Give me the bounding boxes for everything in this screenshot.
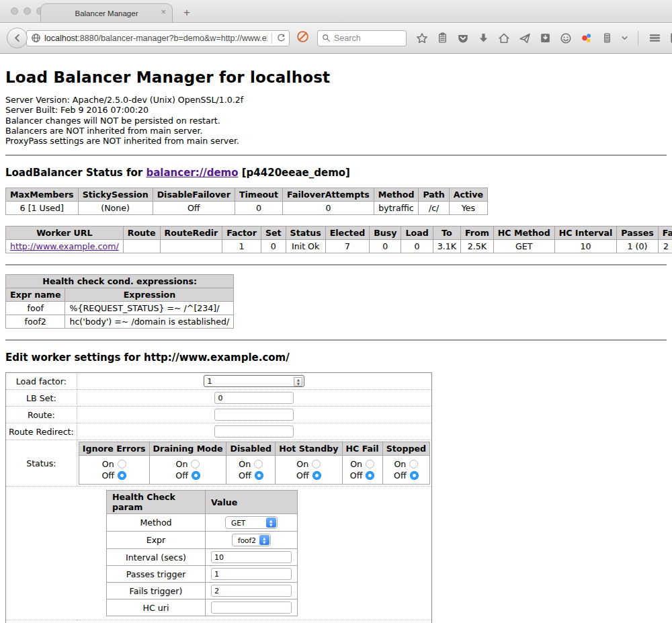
method-select[interactable]: GET▲▼ xyxy=(225,516,278,529)
route-input[interactable] xyxy=(214,409,294,421)
table-cell: bytraffic xyxy=(374,202,419,215)
stopped-on-radio[interactable] xyxy=(409,460,418,468)
health-check-params-table: Health Check paramValueMethodGET▲▼Exprfo… xyxy=(106,490,298,616)
back-button[interactable] xyxy=(7,28,28,48)
screenshot-download-icon xyxy=(540,32,551,44)
browser-chrome: Balancer Manager × + localhost:8880/bala… xyxy=(0,0,672,54)
column-header: Load xyxy=(401,226,433,240)
number-spinner[interactable]: ▲▼ xyxy=(294,377,302,386)
hot-standby-on-radio[interactable] xyxy=(312,460,321,468)
balancer-link[interactable]: balancer://demo xyxy=(146,167,238,179)
hc-param-value-cell: 1 xyxy=(206,566,298,583)
edit-worker-heading: Edit worker settings for http://www.exam… xyxy=(5,351,667,364)
menu-hamburger-icon xyxy=(648,32,661,44)
menu-button[interactable] xyxy=(648,32,661,44)
submit-row: Submit xyxy=(6,620,432,623)
interval-secs--input[interactable]: 10 xyxy=(211,551,292,563)
table-cell: 7 xyxy=(325,240,370,253)
workers-table-container: Worker URLRouteRouteRedirFactorSetStatus… xyxy=(5,226,667,253)
hc-params-row: Health Check paramValueMethodGET▲▼Exprfo… xyxy=(6,487,432,620)
column-header: Active xyxy=(449,188,487,202)
hot-standby-off-radio[interactable] xyxy=(312,471,321,480)
send-button[interactable] xyxy=(519,32,531,44)
divider xyxy=(5,155,667,156)
toolbar-separator xyxy=(638,31,638,46)
ignore-errors-on-radio[interactable] xyxy=(118,460,126,468)
tab-balancer-manager[interactable]: Balancer Manager × xyxy=(40,3,173,22)
hc-fail-off-radio[interactable] xyxy=(366,471,374,480)
url-bar[interactable]: localhost:8880/balancer-manager?b=demo&w… xyxy=(26,30,290,46)
container-button[interactable] xyxy=(601,32,613,44)
passes-trigger-input[interactable]: 1 xyxy=(211,568,292,580)
table-row: foof2hc('body') =~ /domain is establishe… xyxy=(6,315,234,329)
select-arrows-icon: ▲▼ xyxy=(259,535,269,545)
status-radio-cell: OnOff xyxy=(276,456,342,485)
field-label: Load factor: xyxy=(6,373,77,390)
window-close-button[interactable] xyxy=(11,7,18,15)
fails-trigger--input[interactable]: 2 xyxy=(211,585,292,597)
balancer-status-heading: LoadBalancer Status for balancer://demo … xyxy=(5,167,667,179)
radio-off-label: Off xyxy=(175,470,188,481)
container-icon xyxy=(601,32,613,44)
draining-mode-off-radio[interactable] xyxy=(192,471,200,480)
expr-name-cell: foof2 xyxy=(6,315,65,329)
status-on-option: On xyxy=(228,458,274,470)
toolbar-icons xyxy=(416,31,672,46)
disabled-off-radio[interactable] xyxy=(255,471,263,480)
download-button[interactable] xyxy=(478,32,489,44)
route-redirect-input[interactable] xyxy=(214,425,294,438)
content-block-button[interactable] xyxy=(296,30,309,46)
lb-set-input[interactable]: 0 xyxy=(214,392,294,404)
form-row: LB Set:0 xyxy=(6,390,432,407)
status-radio-cell: OnOff xyxy=(149,456,226,485)
hc-param-row: Passes trigger1 xyxy=(107,566,298,583)
overflow-chevron-button[interactable] xyxy=(622,35,628,41)
expr-select[interactable]: foof2▲▼ xyxy=(232,534,271,546)
urlbar-divider xyxy=(271,33,272,44)
home-icon xyxy=(498,32,510,44)
status-options-table: Ignore ErrorsDraining ModeDisabledHot St… xyxy=(79,442,430,485)
pocket-button[interactable] xyxy=(457,32,469,44)
hc-uri-input[interactable] xyxy=(211,601,292,614)
table-cell: 2.5K xyxy=(460,240,493,253)
tab-close-icon[interactable]: × xyxy=(161,7,166,16)
field-value-cell xyxy=(77,407,431,423)
table-cell: Init Ok xyxy=(286,240,325,253)
status-on-option: On xyxy=(344,458,381,470)
search-placeholder: Search xyxy=(334,34,361,43)
field-value-cell xyxy=(77,423,431,440)
server-info-line-1: Server Version: Apache/2.5.0-dev (Unix) … xyxy=(5,95,667,105)
bookmark-star-button[interactable] xyxy=(416,32,428,44)
table-cell xyxy=(160,240,222,253)
status-off-option: Off xyxy=(344,470,381,481)
table-cell: 10 xyxy=(554,240,617,253)
heading-prefix: LoadBalancer Status for xyxy=(5,167,146,179)
balancer-params-table-container: MaxMembersStickySessionDisableFailoverTi… xyxy=(5,188,667,215)
stopped-off-radio[interactable] xyxy=(410,471,419,480)
window-minimize-button[interactable] xyxy=(24,7,31,15)
search-bar[interactable]: Search xyxy=(317,30,407,46)
disabled-on-radio[interactable] xyxy=(254,460,263,468)
hc-fail-on-radio[interactable] xyxy=(366,460,374,468)
expr-name-cell: foof xyxy=(6,302,65,315)
ignore-errors-off-radio[interactable] xyxy=(118,471,126,480)
clipboard-button[interactable] xyxy=(437,32,448,44)
reload-icon[interactable] xyxy=(276,33,286,43)
new-tab-button[interactable]: + xyxy=(183,6,190,19)
chat-smiley-button[interactable] xyxy=(560,32,572,44)
status-on-option: On xyxy=(81,458,148,470)
status-on-option: On xyxy=(277,458,340,470)
home-button[interactable] xyxy=(498,32,510,44)
status-off-option: Off xyxy=(277,470,340,481)
radio-on-label: On xyxy=(176,458,188,470)
worker-url-link[interactable]: http://www.example.com/ xyxy=(10,241,119,251)
navigation-toolbar: localhost:8880/balancer-manager?b=demo&w… xyxy=(0,23,672,54)
profile-dots-button[interactable] xyxy=(581,32,593,44)
table-cell: 1 xyxy=(222,240,261,253)
screenshot-download-button[interactable] xyxy=(540,32,551,44)
health-check-expressions-container: Health check cond. expressions:Expr name… xyxy=(5,274,667,329)
bookmark-star-icon xyxy=(416,32,428,44)
load-factor-input[interactable]: 1▲▼ xyxy=(204,375,304,387)
status-off-option: Off xyxy=(81,470,148,481)
draining-mode-on-radio[interactable] xyxy=(191,460,200,468)
